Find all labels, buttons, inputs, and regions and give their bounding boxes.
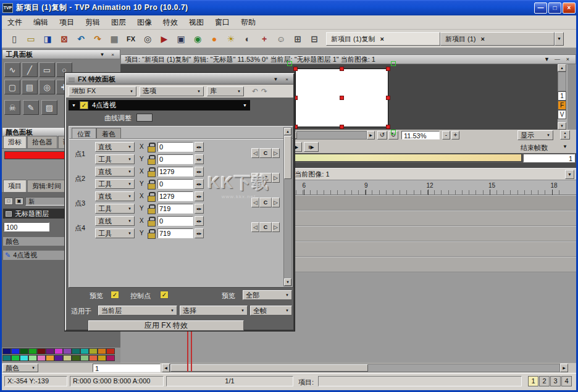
color-swatch[interactable] — [28, 355, 37, 361]
end-frames-arrow-icon[interactable]: ▼ — [563, 144, 568, 149]
color-swatch[interactable] — [80, 355, 89, 361]
fill-tool-icon[interactable]: ▨ — [41, 100, 57, 115]
line-tool-icon[interactable]: ╱ — [22, 62, 38, 77]
half-tone-icon[interactable]: ◐ — [240, 31, 255, 46]
color-tab-1[interactable]: 拾色器 — [27, 136, 57, 148]
lock-icon[interactable] — [148, 167, 155, 177]
tool-panel-header[interactable]: 工具面板 ▼ × — [2, 49, 120, 59]
fx-scroll-thumb[interactable] — [284, 136, 291, 179]
layers-icon[interactable]: ▣ — [174, 31, 188, 46]
workspace-page-2[interactable]: 2 — [539, 376, 550, 386]
lock-icon[interactable] — [148, 217, 155, 226]
color-swatch[interactable] — [2, 348, 11, 354]
lock-icon[interactable] — [148, 229, 155, 238]
color-swatch[interactable] — [98, 348, 106, 354]
value-spinner-icon[interactable]: ◀▶ — [195, 228, 204, 238]
control-point-handle[interactable] — [293, 67, 298, 71]
point-x-mode-dropdown[interactable]: 直线 — [95, 216, 135, 226]
point-prev-button[interactable]: ◁ — [251, 222, 259, 232]
select-poly-icon[interactable]: ▤ — [22, 80, 38, 94]
color-swatch[interactable] — [106, 355, 115, 361]
value-spinner-icon[interactable]: ◀▶ — [195, 216, 204, 226]
doc-tab-project[interactable]: 新项目 (1) × — [440, 32, 555, 46]
control-points-checkbox[interactable]: ✓ — [160, 291, 169, 299]
color-swatch[interactable] — [2, 355, 11, 361]
viewport-close-icon[interactable]: × — [564, 56, 572, 62]
tab-list-dropdown[interactable]: ▼ — [555, 32, 564, 46]
color-swatch[interactable] — [80, 348, 89, 354]
point-next-button[interactable]: ▷ — [272, 173, 280, 183]
select-rect-icon[interactable]: ▢ — [4, 80, 20, 94]
color-swatch[interactable] — [46, 348, 54, 354]
point-center-button[interactable]: C — [259, 222, 272, 232]
fx-tab-position[interactable]: 位置 — [72, 128, 96, 138]
menu-item-5[interactable]: 图像 — [132, 15, 157, 30]
color-swatch[interactable] — [54, 348, 63, 354]
value-spinner-icon[interactable]: ◀▶ — [195, 167, 204, 177]
value-spinner-icon[interactable]: ◀▶ — [195, 142, 204, 152]
save-close-icon[interactable]: ⊠ — [57, 31, 72, 46]
rect-tool-icon[interactable]: ▭ — [39, 62, 55, 77]
menu-item-9[interactable]: 帮助 — [235, 15, 261, 30]
point-next-button[interactable]: ▷ — [272, 198, 280, 207]
scroll-down-icon[interactable]: ▼ — [558, 122, 566, 130]
fx-library-dropdown[interactable]: 库 — [207, 86, 244, 96]
value-spinner-icon[interactable]: ◀▶ — [195, 191, 204, 201]
add-fx-dropdown[interactable]: 增加 FX — [69, 86, 136, 96]
lock-icon[interactable] — [148, 204, 155, 214]
fx-close-icon[interactable]: × — [283, 75, 291, 83]
color-swatch[interactable] — [54, 355, 63, 361]
display-dropdown[interactable]: 显示 — [517, 130, 553, 140]
point-y-input[interactable] — [157, 228, 193, 238]
canvas-vscroll[interactable] — [558, 72, 566, 91]
fx-collapse-icon[interactable]: ▼ — [272, 75, 280, 83]
fx-vscroll[interactable]: ▲ ▼ — [283, 127, 292, 286]
fx-options-dropdown[interactable]: 选项 — [140, 86, 204, 96]
playhead-cursor-line[interactable] — [187, 332, 188, 372]
workspace-page-1[interactable]: 1 — [528, 376, 538, 386]
fx-redo-icon[interactable]: ↷ — [261, 87, 267, 96]
panel-close-icon[interactable]: × — [109, 52, 117, 57]
menu-item-3[interactable]: 剪辑 — [80, 15, 106, 30]
undo-icon[interactable]: ↶ — [73, 31, 88, 46]
panel-collapse-icon[interactable]: ▼ — [98, 52, 106, 57]
timeline-hscroll-left-icon[interactable]: ◀ — [162, 364, 170, 372]
color-swatch[interactable] — [98, 355, 106, 361]
value-spinner-icon[interactable]: ◀▶ — [195, 179, 204, 189]
fx-undo-icon[interactable]: ↶ — [252, 87, 258, 96]
point-x-input[interactable] — [157, 142, 193, 152]
color-swatch[interactable] — [63, 348, 72, 354]
project-tab-0[interactable]: 项目 — [3, 180, 27, 192]
timeline-dropdown-icon[interactable]: ▼ — [565, 170, 574, 179]
control-point-handle[interactable] — [386, 96, 390, 100]
grid-icon[interactable]: ⊞ — [290, 31, 305, 46]
point-x-input[interactable] — [157, 216, 193, 226]
control-point-handle[interactable] — [386, 125, 390, 129]
apply-to-dropdown[interactable]: 当前层 — [98, 306, 177, 315]
frame-count-field[interactable]: 1 — [523, 154, 575, 162]
color-swatch[interactable] — [28, 348, 37, 354]
fx-effect-row[interactable]: ▼ ✓ 4点透视 ▼ — [69, 100, 250, 111]
control-point-handle[interactable] — [340, 96, 344, 100]
viewport-collapse-icon[interactable]: ▼ — [543, 56, 551, 62]
color-swatch[interactable] — [89, 355, 98, 361]
menu-item-7[interactable]: 视图 — [183, 15, 209, 30]
point-next-button[interactable]: ▷ — [272, 148, 280, 158]
color-swatch[interactable] — [20, 355, 28, 361]
frames-dropdown[interactable]: 全帧 — [250, 306, 292, 315]
apply-fx-button[interactable]: 应用 FX 特效 — [88, 320, 244, 331]
face-icon[interactable]: ☺ — [274, 31, 288, 46]
fx-scroll-down-icon[interactable]: ▼ — [284, 278, 291, 286]
pattern-icon[interactable]: ▦ — [107, 31, 122, 46]
value-spinner-icon[interactable]: ◀▶ — [195, 154, 204, 164]
crosshair-icon[interactable]: + — [257, 31, 272, 46]
tab-close-icon[interactable]: × — [380, 35, 384, 43]
timeline-hscroll-thumb[interactable] — [170, 364, 368, 372]
brush-icon[interactable]: ✎ — [23, 100, 39, 115]
timeline-hscroll[interactable] — [170, 364, 560, 372]
viewport-header[interactable]: 项目: "新项目 (1)复制" 剪辑: "无标题" 11.53% 0° 当前层:… — [120, 54, 576, 64]
title-bar[interactable]: TVP 新项目 (1)复制 - TVP Animation 10 Pro (10… — [0, 0, 578, 15]
color-swatch[interactable] — [37, 355, 46, 361]
orange-ball-icon[interactable]: ● — [207, 31, 222, 46]
control-point-handle[interactable] — [340, 125, 344, 129]
